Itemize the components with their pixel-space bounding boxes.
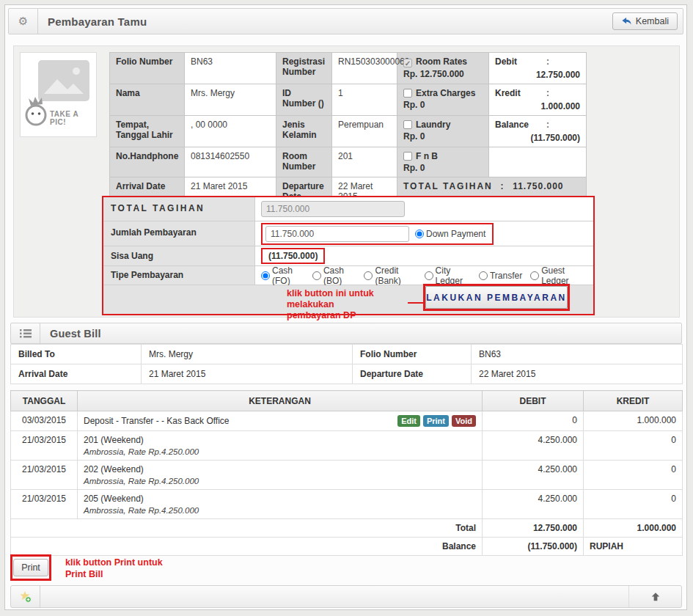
payment-type-city-ledger[interactable]: City Ledger: [425, 265, 471, 286]
bill-info-label: Departure Date: [353, 364, 472, 384]
submit-highlight-box: LAKUKAN PEMBAYARAN: [423, 284, 570, 311]
bill-kredit: 0: [584, 431, 683, 461]
bill-note: Ambrossia, Rate Rp.4.250.000: [84, 447, 476, 456]
field-label: Nama: [110, 84, 185, 116]
up-arrow-icon: [650, 592, 661, 602]
scroll-to-top-button[interactable]: [628, 586, 681, 607]
payment-type-guest-ledger[interactable]: Guest Ledger: [530, 265, 584, 286]
add-note-icon[interactable]: [11, 586, 40, 607]
field-value: 081314602550: [185, 147, 276, 177]
bill-description: 202 (Weekend) Ambrossia, Rate Rp.4.250.0…: [78, 461, 483, 490]
back-button-label: Kembali: [636, 16, 669, 26]
field-label: No.Handphone: [110, 147, 185, 177]
summary-balance: Balance: (11.750.000): [489, 116, 587, 147]
col-header-tanggal: TANGGAL: [11, 391, 78, 411]
charge-amount: Rp. 0: [403, 163, 483, 173]
field-label: Tempat, Tanggal Lahir: [110, 116, 185, 147]
lakukan-pembayaran-button[interactable]: LAKUKAN PEMBAYARAN: [425, 286, 568, 309]
bill-row: 21/03/2015 201 (Weekend) Ambrossia, Rate…: [11, 431, 683, 461]
bill-kredit: 0: [584, 461, 683, 490]
guest-photo-placeholder[interactable]: TAKE A PIC!: [20, 52, 97, 137]
bill-description: Deposit - Transfer - - Kas Back Office E…: [78, 411, 483, 431]
room-rates-checkbox[interactable]: [403, 59, 412, 67]
guest-bill-title: Guest Bill: [40, 323, 101, 343]
bill-info-value: 22 Maret 2015: [472, 364, 683, 384]
payment-type-cash-fo[interactable]: Cash (FO): [261, 265, 304, 286]
payment-type-transfer[interactable]: Transfer: [479, 271, 522, 281]
charge-fnb: F n B Rp. 0: [397, 147, 489, 177]
void-badge-button[interactable]: Void: [452, 415, 476, 427]
guest-bill-table: TANGGAL KETERANGAN DEBIT KREDIT 03/03/20…: [10, 390, 683, 556]
charge-laundry: Laundry Rp. 0: [397, 116, 489, 147]
tipe-pembayaran-label: Tipe Pembayaran: [103, 266, 255, 285]
field-label: Folio Number: [110, 53, 185, 84]
page-header: ⚙ Pembayaran Tamu Kembali: [8, 8, 683, 34]
bill-description: 205 (Weekend) Ambrossia, Rate Rp.4.250.0…: [78, 490, 483, 519]
bill-info-label: Billed To: [11, 345, 142, 364]
summary-debit: Debit: 12.750.000: [489, 53, 587, 84]
bill-description: 201 (Weekend) Ambrossia, Rate Rp.4.250.0…: [78, 431, 483, 461]
col-header-keterangan: KETERANGAN: [78, 391, 483, 411]
guest-payment-panel: TAKE A PIC! Folio Number BN63 Registrasi…: [13, 45, 680, 318]
bill-info-value: Mrs. Mergy: [142, 345, 353, 364]
field-value: Mrs. Mergy: [185, 84, 276, 116]
bill-debit: 4.250.000: [483, 490, 584, 519]
field-value: , 00 0000: [185, 116, 276, 147]
print-button[interactable]: Print: [13, 559, 48, 576]
summary-empty: [489, 147, 587, 177]
bill-kredit: 0: [584, 490, 683, 519]
bill-info-label: Folio Number: [353, 345, 472, 364]
bill-kredit: 1.000.000: [584, 411, 683, 431]
sisa-uang-label: Sisa Uang: [103, 246, 255, 265]
back-button[interactable]: Kembali: [612, 12, 678, 30]
col-header-debit: DEBIT: [483, 391, 584, 411]
total-debit: 12.750.000: [483, 519, 584, 538]
print-badge-button[interactable]: Print: [423, 415, 449, 427]
bill-date: 21/03/2015: [11, 431, 78, 461]
balance-label: Balance: [11, 538, 483, 556]
jumlah-pembayaran-label: Jumlah Pembayaran: [103, 221, 255, 246]
charge-amount: Rp. 12.750.000: [403, 69, 483, 79]
bill-row: 21/03/2015 202 (Weekend) Ambrossia, Rate…: [11, 461, 683, 490]
bill-info-table: Billed To Mrs. Mergy Folio Number BN63 A…: [10, 344, 683, 384]
field-label: ID Number (): [276, 84, 332, 116]
field-value: 1: [332, 84, 397, 116]
fnb-checkbox[interactable]: [403, 152, 412, 161]
payment-type-credit-bank[interactable]: Credit (Bank): [364, 265, 416, 286]
field-label: Room Number: [276, 147, 332, 177]
charge-room-rates: Room Rates Rp. 12.750.000: [397, 53, 489, 84]
payment-form: TOTAL TAGIHAN Jumlah Pembayaran Down Pay…: [102, 196, 595, 315]
down-payment-radio[interactable]: [415, 230, 424, 238]
bill-row: 03/03/2015 Deposit - Transfer - - Kas Ba…: [11, 411, 683, 431]
list-icon: [11, 323, 40, 343]
laundry-checkbox[interactable]: [403, 120, 412, 129]
bill-date: 03/03/2015: [11, 411, 78, 431]
photo-caption: TAKE A PIC!: [50, 110, 96, 126]
total-label: Total: [11, 519, 483, 538]
footer-toolbar: [10, 585, 682, 608]
sisa-uang-value: (11.750.000): [261, 248, 325, 264]
bill-debit: 4.250.000: [483, 431, 584, 461]
balance-debit: (11.750.000): [483, 538, 584, 556]
undo-arrow-icon: [621, 17, 632, 26]
total-tagihan-label: TOTAL TAGIHAN: [103, 197, 255, 221]
bill-total-row: Total 12.750.000 1.000.000: [11, 519, 683, 538]
bill-balance-row: Balance (11.750.000) RUPIAH: [11, 538, 683, 556]
bill-info-label: Arrival Date: [11, 364, 142, 384]
bill-date: 21/03/2015: [11, 490, 78, 519]
image-placeholder-icon: [38, 60, 89, 101]
edit-badge-button[interactable]: Edit: [397, 415, 420, 427]
field-label: Jenis Kelamin: [276, 116, 332, 147]
extra-charges-checkbox[interactable]: [403, 89, 412, 98]
payment-type-cash-bo[interactable]: Cash (BO): [312, 265, 356, 286]
bill-info-value: 21 Maret 2015: [142, 364, 353, 384]
bill-info-value: BN63: [472, 345, 683, 364]
jumlah-pembayaran-input[interactable]: [265, 226, 409, 242]
guest-bill-header: Guest Bill: [10, 323, 682, 344]
total-kredit: 1.000.000: [584, 519, 683, 538]
bill-debit: 0: [483, 411, 584, 431]
charge-extra-charges: Extra Charges Rp. 0: [397, 84, 489, 116]
down-payment-option[interactable]: Down Payment: [415, 229, 485, 239]
field-value: 201: [332, 147, 397, 177]
guest-info-table: Folio Number BN63 Registrasi Number RN15…: [109, 52, 587, 206]
